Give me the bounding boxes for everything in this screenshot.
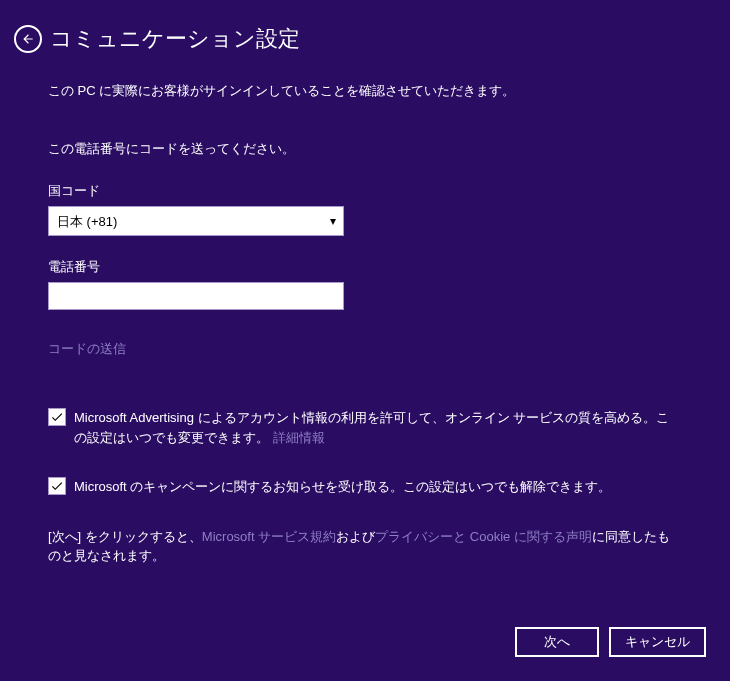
- next-button[interactable]: 次へ: [515, 627, 599, 657]
- checkmark-icon: [50, 410, 64, 424]
- country-code-label: 国コード: [48, 182, 682, 200]
- send-code-prompt: この電話番号にコードを送ってください。: [48, 140, 682, 158]
- country-code-select[interactable]: 日本 (+81): [48, 206, 344, 236]
- campaign-checkbox-label: Microsoft のキャンペーンに関するお知らせを受け取る。この設定はいつでも…: [74, 477, 682, 497]
- back-button[interactable]: [14, 25, 42, 53]
- agreement-text: [次へ] をクリックすると、Microsoft サービス規約およびプライバシーと…: [48, 527, 682, 566]
- cancel-button[interactable]: キャンセル: [609, 627, 706, 657]
- page-title: コミュニケーション設定: [50, 24, 300, 54]
- details-link[interactable]: 詳細情報: [273, 430, 325, 445]
- privacy-link[interactable]: プライバシーと Cookie に関する声明: [375, 529, 592, 544]
- back-arrow-icon: [21, 32, 35, 46]
- terms-link[interactable]: Microsoft サービス規約: [202, 529, 336, 544]
- phone-input[interactable]: [48, 282, 344, 310]
- campaign-checkbox[interactable]: [48, 477, 66, 495]
- agreement-mid: および: [336, 529, 375, 544]
- campaign-text: Microsoft のキャンペーンに関するお知らせを受け取る。この設定はいつでも…: [74, 479, 611, 494]
- checkmark-icon: [50, 479, 64, 493]
- advertising-text: Microsoft Advertising によるアカウント情報の利用を許可して…: [74, 410, 669, 445]
- intro-text: この PC に実際にお客様がサインインしていることを確認させていただきます。: [48, 82, 682, 100]
- advertising-checkbox[interactable]: [48, 408, 66, 426]
- send-code-link[interactable]: コードの送信: [48, 340, 126, 358]
- agreement-before: [次へ] をクリックすると、: [48, 529, 202, 544]
- advertising-checkbox-label: Microsoft Advertising によるアカウント情報の利用を許可して…: [74, 408, 682, 447]
- phone-label: 電話番号: [48, 258, 682, 276]
